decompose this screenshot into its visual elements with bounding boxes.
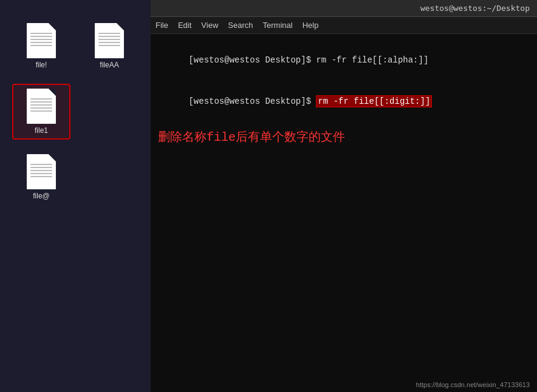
- terminal-titlebar: westos@westos:~/Desktop: [151, 0, 537, 17]
- desktop-panel: file! fileAA: [0, 0, 151, 392]
- file-icon: [95, 23, 124, 58]
- terminal-body[interactable]: [westos@westos Desktop]$ rm -fr file[[:a…: [151, 34, 537, 377]
- terminal-menubar: File Edit View Search Terminal Help: [151, 17, 537, 34]
- file-icon: [27, 154, 56, 189]
- annotation-code: file: [207, 130, 236, 144]
- terminal-footer: https://blog.csdn.net/weixin_47133613: [151, 377, 537, 392]
- file-icon: [27, 89, 56, 124]
- prompt-1: [westos@westos Desktop]$ rm -fr file[[:a…: [188, 55, 428, 65]
- menu-help[interactable]: Help: [303, 21, 319, 30]
- prompt-2: [westos@westos Desktop]$: [188, 96, 316, 106]
- file-label: file1: [35, 126, 48, 135]
- footer-link: https://blog.csdn.net/weixin_47133613: [416, 381, 530, 388]
- file-item-file-excl[interactable]: file!: [12, 18, 70, 74]
- terminal-panel: westos@westos:~/Desktop File Edit View S…: [151, 0, 537, 392]
- file-item-file1[interactable]: file1: [12, 84, 70, 140]
- file-item-file-at[interactable]: file@: [12, 149, 70, 205]
- menu-view[interactable]: View: [201, 21, 218, 30]
- annotation-text: 删除名称file后有单个数字的文件: [158, 129, 530, 145]
- file-item-fileaa[interactable]: fileAA: [80, 18, 139, 74]
- menu-search[interactable]: Search: [228, 21, 253, 30]
- terminal-line-1: [westos@westos Desktop]$ rm -fr file[[:a…: [158, 40, 530, 81]
- terminal-title: westos@westos:~/Desktop: [420, 4, 530, 13]
- menu-file[interactable]: File: [156, 21, 168, 30]
- file-label: file@: [33, 192, 50, 200]
- file-grid: file! fileAA: [6, 12, 145, 211]
- file-label: file!: [36, 61, 47, 69]
- terminal-line-2: [westos@westos Desktop]$ rm -fr file[[:d…: [158, 81, 530, 121]
- highlighted-command: rm -fr file[[:digit:]]: [316, 95, 432, 107]
- menu-edit[interactable]: Edit: [178, 21, 191, 30]
- file-icon: [27, 23, 56, 58]
- file-label: fileAA: [100, 61, 118, 69]
- menu-terminal[interactable]: Terminal: [263, 21, 293, 30]
